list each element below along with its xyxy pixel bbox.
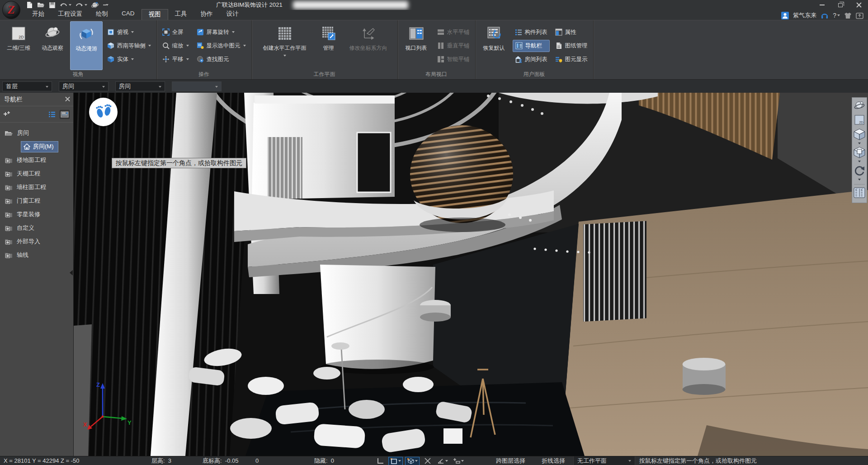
sw-isometric-menu[interactable]: 西南等轴侧	[105, 40, 153, 52]
theme-shirt-icon[interactable]	[844, 12, 852, 19]
extra-select[interactable]	[172, 81, 222, 91]
tab-project-settings[interactable]: 工程设置	[51, 9, 89, 20]
customize-qat-button[interactable]	[103, 0, 108, 9]
fullscreen-button[interactable]: 全屏	[160, 26, 191, 38]
headset-icon[interactable]	[821, 12, 829, 19]
new-file-button[interactable]	[26, 0, 33, 9]
view-tool-button[interactable]	[91, 0, 99, 9]
element-display-button[interactable]: 图元显示	[553, 53, 590, 66]
minimize-button[interactable]	[820, 5, 825, 5]
palette-cube-2-caret-icon[interactable]	[858, 161, 861, 162]
palette-orbit-button[interactable]	[854, 100, 865, 113]
workplane-select[interactable]: 无工作平面	[573, 456, 635, 465]
screen-rotate-menu[interactable]: 屏幕旋转	[194, 26, 248, 38]
tree-item-wall-column-works[interactable]: 墙柱面工程	[0, 180, 73, 194]
cross-layer-select-toggle[interactable]: 跨图层选择	[496, 456, 525, 465]
panel-collapse-arrow-icon[interactable]	[70, 270, 73, 275]
navbar-toggle-button[interactable]: 导航栏	[513, 40, 550, 52]
restore-default-button[interactable]: 恢复默认	[478, 21, 510, 70]
tree-item-door-window-works[interactable]: 门窗工程	[0, 194, 73, 208]
restore-button[interactable]	[838, 3, 843, 7]
undo-button[interactable]	[60, 0, 71, 9]
close-button[interactable]	[856, 2, 862, 8]
palette-rotate-button[interactable]	[853, 164, 866, 178]
palette-rotate-caret-icon[interactable]	[858, 179, 861, 180]
tab-cad[interactable]: CAD	[115, 9, 142, 20]
avatar-icon[interactable]	[781, 12, 789, 19]
room-list-button[interactable]: 房间列表	[513, 53, 550, 66]
dynamic-walk-button[interactable]: 动态漫游	[70, 21, 103, 70]
palette-cube-2-icon	[853, 146, 866, 159]
2d-3d-toggle-button[interactable]: 2D 二维/三维	[2, 21, 35, 70]
floor-select[interactable]: 首层	[2, 81, 52, 91]
polyline-select-toggle[interactable]: 折线选择	[542, 456, 565, 465]
tab-start[interactable]: 开始	[25, 9, 51, 20]
manage-workplane-button[interactable]: 管理	[317, 21, 340, 70]
palette-2d-button[interactable]: 2D	[854, 114, 865, 127]
create-workplane-button[interactable]: 创建水平工作平面	[254, 21, 316, 70]
tree-item-external-import[interactable]: 外部导入	[0, 235, 73, 248]
category-select-value: 房间	[62, 82, 74, 90]
palette-rotate-icon	[853, 164, 866, 177]
tree-item-room-selected[interactable]: 房间(M)	[21, 141, 58, 152]
point-snap-button[interactable]	[452, 457, 465, 465]
top-view-menu[interactable]: 俯视	[105, 26, 153, 38]
type-select[interactable]: 房间	[115, 81, 165, 91]
upload-tray-icon[interactable]	[856, 12, 863, 19]
panel-view-icon	[61, 111, 69, 118]
tree-item-misc-decoration[interactable]: 零星装修	[0, 208, 73, 221]
viewport-3d[interactable]: 按鼠标左键指定第一个角点，或拾取构件图元 Z Y X 2	[74, 93, 868, 456]
folder-open-icon	[5, 130, 13, 136]
save-button[interactable]	[49, 0, 56, 9]
show-selected-menu[interactable]: 显示选中图元	[194, 40, 248, 52]
palette-cube-view-button[interactable]	[853, 128, 866, 142]
tab-view[interactable]: 视图	[142, 9, 168, 20]
app-logo[interactable]: Z	[2, 1, 20, 19]
viewport-list-button[interactable]: 视口列表	[400, 21, 433, 70]
properties-button[interactable]: 属性	[553, 26, 590, 38]
panel-close-icon[interactable]	[65, 97, 70, 102]
tile-smart-button[interactable]: 智能平铺	[435, 53, 472, 66]
rect-select-toggle[interactable]	[388, 457, 403, 465]
hidden-count: 隐藏: 0	[314, 456, 334, 465]
find-element-button[interactable]: 查找图元	[194, 53, 248, 66]
tile-horizontal-button[interactable]: 水平平铺	[435, 26, 472, 38]
drawing-manage-button[interactable]: 图纸管理	[553, 40, 590, 52]
help-button[interactable]: ?	[833, 12, 840, 19]
pan-menu[interactable]: 平移	[160, 53, 191, 66]
tile-vertical-button[interactable]: 垂直平铺	[435, 40, 472, 52]
redo-button[interactable]	[75, 0, 87, 9]
screen-rotate-label: 屏幕旋转	[207, 28, 229, 36]
snap-cross-button[interactable]	[422, 457, 434, 465]
tab-collaborate[interactable]: 协作	[194, 9, 220, 20]
palette-view-table-button[interactable]	[853, 187, 866, 200]
ortho-mode-button[interactable]	[374, 457, 386, 465]
component-list-button[interactable]: 构件列表	[513, 26, 550, 38]
tree-item-ceiling-works[interactable]: 天棚工程	[0, 167, 73, 180]
tree-item-axis-lines[interactable]: 轴线	[0, 248, 73, 262]
category-select[interactable]: 房间	[59, 81, 108, 91]
redo-caret-icon[interactable]	[85, 4, 87, 6]
open-file-button[interactable]	[37, 0, 45, 9]
tab-design[interactable]: 设计	[220, 9, 245, 20]
modify-coordinate-button[interactable]: 修改坐标系方向	[342, 21, 395, 70]
base-elevation-label: 底标高:	[203, 457, 222, 464]
tree-item-floor-works[interactable]: 楼地面工程	[0, 153, 73, 167]
angle-snap-button[interactable]	[436, 457, 449, 465]
solid-select-toggle[interactable]	[405, 457, 420, 465]
solid-display-menu[interactable]: 实体	[105, 53, 153, 66]
undo-caret-icon[interactable]	[69, 4, 71, 6]
palette-cube-caret-icon[interactable]	[858, 142, 861, 144]
tree-item-room-folder[interactable]: 房间	[0, 126, 73, 140]
dynamic-orbit-button[interactable]: 动态观察	[36, 21, 69, 70]
group-label-workplane: 工作平面	[254, 70, 395, 79]
zoom-menu[interactable]: 缩放	[160, 40, 191, 52]
tab-draw[interactable]: 绘制	[89, 9, 115, 20]
add-item-icon[interactable]	[4, 111, 11, 118]
tree-item-custom[interactable]: 自定义	[0, 221, 73, 235]
palette-cube-view-2-button[interactable]	[853, 146, 866, 160]
list-view-button[interactable]	[47, 110, 57, 119]
panel-view-button[interactable]	[60, 110, 70, 119]
tab-tools[interactable]: 工具	[168, 9, 194, 20]
username[interactable]: 紫气东来	[793, 11, 816, 19]
